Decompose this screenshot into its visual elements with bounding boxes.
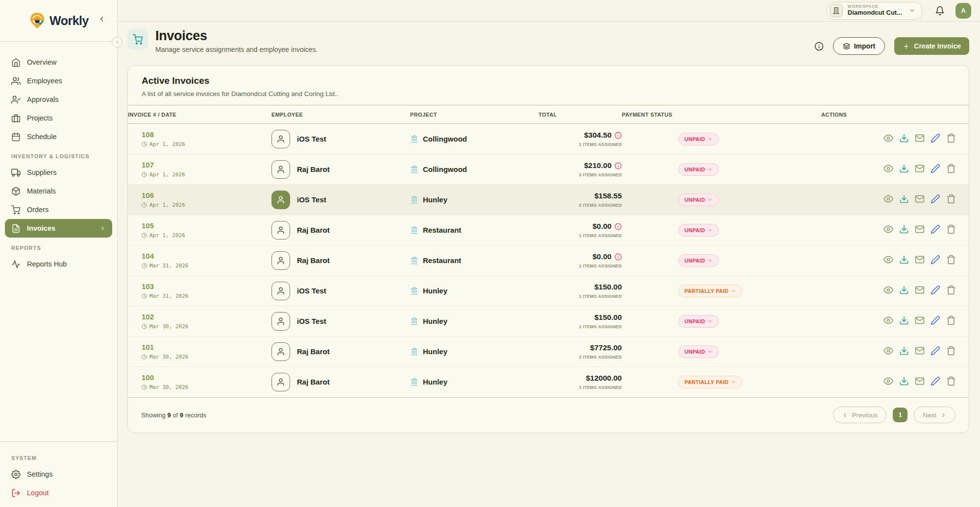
invoice-number[interactable]: 106 — [142, 191, 271, 199]
edit-action-button[interactable] — [931, 224, 940, 234]
sidebar-item-approvals[interactable]: Approvals — [5, 90, 112, 109]
view-action-button[interactable] — [883, 255, 893, 265]
table-row[interactable]: 103Mar 31, 2026iOS TestHunley$150.001 IT… — [128, 276, 969, 306]
payment-status-badge[interactable]: UNPAID — [678, 163, 719, 176]
edit-action-button[interactable] — [931, 346, 940, 356]
view-action-button[interactable] — [883, 194, 893, 204]
invoice-number[interactable]: 105 — [142, 221, 271, 230]
sidebar-item-overview[interactable]: Overview — [5, 53, 112, 72]
table-row[interactable]: 101Mar 30, 2026Raj BarotHunley$7725.002 … — [128, 337, 969, 367]
sidebar-item-reports-hub[interactable]: Reports Hub — [5, 255, 112, 273]
table-row[interactable]: 106Apr 1, 2026iOS TestHunley$158.552 ITE… — [128, 185, 969, 215]
edit-action-button[interactable] — [931, 194, 940, 204]
sidebar-item-logout[interactable]: Logout — [5, 483, 112, 502]
view-action-button[interactable] — [883, 164, 893, 173]
table-row[interactable]: 107Apr 1, 2026Raj BarotCollingwood$210.0… — [128, 154, 969, 185]
email-action-button[interactable] — [915, 164, 925, 173]
payment-status-badge[interactable]: UNPAID — [678, 315, 719, 328]
edit-action-button[interactable] — [931, 315, 940, 325]
email-action-button[interactable] — [915, 194, 925, 204]
email-action-button[interactable] — [915, 224, 925, 234]
email-action-button[interactable] — [915, 133, 925, 143]
download-action-button[interactable] — [899, 194, 909, 204]
workspace-selector[interactable]: WORKSPACE Diamondcut Cut... — [827, 2, 922, 20]
invoice-number[interactable]: 104 — [142, 252, 271, 260]
delete-action-button[interactable] — [946, 133, 956, 143]
alert-info-icon[interactable] — [614, 162, 622, 169]
create-invoice-button[interactable]: Create Invoice — [894, 37, 969, 55]
payment-status-badge[interactable]: UNPAID — [678, 193, 719, 206]
invoice-number[interactable]: 103 — [142, 282, 271, 290]
delete-action-button[interactable] — [946, 224, 956, 234]
download-action-button[interactable] — [899, 133, 909, 143]
sidebar-item-schedule[interactable]: Schedule — [5, 127, 112, 146]
payment-status-badge[interactable]: UNPAID — [678, 345, 719, 358]
table-row[interactable]: 104Mar 31, 2026Raj BarotRestaurant$0.001… — [128, 245, 969, 276]
download-action-button[interactable] — [899, 224, 909, 234]
next-page-button[interactable]: Next — [914, 407, 956, 423]
payment-status-badge[interactable]: UNPAID — [678, 254, 719, 267]
sidebar-item-suppliers[interactable]: Suppliers — [5, 163, 112, 182]
sidebar-item-projects[interactable]: Projects — [5, 109, 112, 127]
info-icon[interactable] — [814, 42, 824, 51]
alert-info-icon[interactable] — [614, 132, 622, 139]
invoice-number[interactable]: 102 — [142, 313, 271, 321]
alert-info-icon[interactable] — [614, 223, 622, 230]
table-row[interactable]: 108Apr 1, 2026iOS TestCollingwood$304.50… — [128, 124, 969, 154]
download-action-button[interactable] — [899, 164, 909, 173]
delete-action-button[interactable] — [946, 346, 956, 356]
delete-action-button[interactable] — [946, 285, 956, 295]
invoice-number[interactable]: 100 — [142, 373, 271, 382]
table-row[interactable]: 105Apr 1, 2026Raj BarotRestaurant$0.001 … — [128, 215, 969, 245]
download-action-button[interactable] — [899, 285, 909, 295]
download-action-button[interactable] — [899, 346, 909, 356]
payment-status-badge[interactable]: UNPAID — [678, 133, 719, 145]
delete-action-button[interactable] — [946, 164, 956, 173]
delete-action-button[interactable] — [946, 255, 956, 265]
view-action-button[interactable] — [883, 285, 893, 295]
view-action-button[interactable] — [883, 224, 893, 234]
chevron-left-icon[interactable] — [98, 15, 105, 23]
email-action-button[interactable] — [915, 376, 925, 386]
sidebar-item-orders[interactable]: Orders — [5, 200, 112, 219]
sidebar-item-employees[interactable]: Employees — [5, 72, 112, 90]
download-action-button[interactable] — [899, 315, 909, 325]
edit-action-button[interactable] — [931, 376, 940, 386]
payment-status-badge[interactable]: UNPAID — [678, 224, 719, 237]
email-action-button[interactable] — [915, 346, 925, 356]
view-action-button[interactable] — [883, 376, 893, 386]
table-row[interactable]: 102Mar 30, 2026iOS TestHunley$150.001 IT… — [128, 306, 969, 337]
user-avatar[interactable]: A — [956, 3, 971, 19]
invoice-number[interactable]: 108 — [142, 130, 271, 139]
invoice-number[interactable]: 101 — [142, 343, 271, 351]
download-action-button[interactable] — [899, 255, 909, 265]
delete-action-button[interactable] — [946, 315, 956, 325]
view-action-button[interactable] — [883, 346, 893, 356]
table-row[interactable]: 100Mar 30, 2026Raj BarotHunley$12000.002… — [128, 367, 969, 397]
previous-page-button[interactable]: Previous — [833, 407, 887, 423]
sidebar-item-settings[interactable]: Settings — [5, 465, 112, 483]
view-action-button[interactable] — [883, 315, 893, 325]
invoice-number[interactable]: 107 — [142, 161, 271, 169]
edit-action-button[interactable] — [931, 164, 940, 173]
email-action-button[interactable] — [915, 255, 925, 265]
sidebar-item-materials[interactable]: Materials — [5, 182, 112, 200]
payment-status-badge[interactable]: PARTIALLY PAID — [678, 376, 742, 388]
payment-status-badge[interactable]: PARTIALLY PAID — [678, 285, 742, 297]
import-button[interactable]: Import — [833, 37, 885, 55]
view-action-button[interactable] — [883, 133, 893, 143]
layers-icon — [843, 43, 850, 50]
edit-action-button[interactable] — [931, 255, 940, 265]
delete-action-button[interactable] — [946, 376, 956, 386]
email-action-button[interactable] — [915, 315, 925, 325]
download-action-button[interactable] — [899, 376, 909, 386]
sidebar-item-invoices[interactable]: Invoices — [5, 219, 112, 238]
delete-action-button[interactable] — [946, 194, 956, 204]
sidebar-collapse-button[interactable] — [112, 37, 122, 48]
edit-action-button[interactable] — [931, 285, 940, 295]
page-number-button[interactable]: 1 — [893, 408, 907, 422]
email-action-button[interactable] — [915, 285, 925, 295]
edit-action-button[interactable] — [931, 133, 940, 143]
alert-info-icon[interactable] — [614, 253, 622, 261]
notifications-bell-icon[interactable] — [935, 6, 945, 16]
